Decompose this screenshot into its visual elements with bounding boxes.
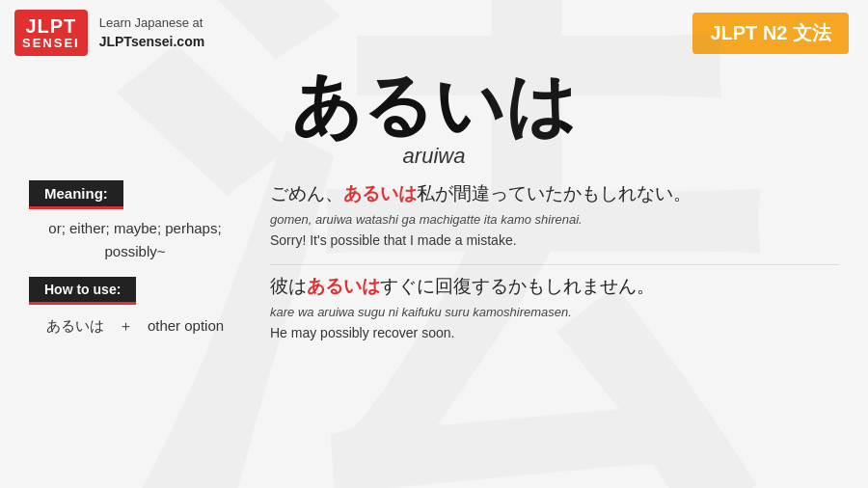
logo-jlpt: JLPT: [22, 15, 80, 37]
site-info: Learn Japanese at JLPTsensei.com: [99, 14, 204, 53]
content-area: Meaning: or; either; maybe; perhaps;poss…: [0, 171, 868, 366]
example-2: 彼はあるいはすぐに回復するかもしれません。 kare wa aruiwa sug…: [270, 273, 839, 343]
header: JLPT SENSEI Learn Japanese at JLPTsensei…: [0, 0, 868, 61]
logo-area: JLPT SENSEI Learn Japanese at JLPTsensei…: [14, 10, 204, 56]
right-panel: ごめん、あるいは私が間違っていたかもしれない。 gomen, aruiwa wa…: [260, 180, 839, 357]
example-1-jp: ごめん、あるいは私が間違っていたかもしれない。: [270, 180, 839, 208]
left-panel: Meaning: or; either; maybe; perhaps;poss…: [29, 180, 241, 357]
example-1-romaji: gomen, aruiwa watashi ga machigatte ita …: [270, 210, 839, 230]
example-1: ごめん、あるいは私が間違っていたかもしれない。 gomen, aruiwa wa…: [270, 180, 839, 251]
example-2-jp-post: すぐに回復するかもしれません。: [380, 276, 655, 296]
example-1-english: Sorry! It's possible that I made a mista…: [270, 230, 839, 251]
meaning-label: Meaning:: [29, 180, 123, 209]
meaning-text: or; either; maybe; perhaps;possibly~: [29, 217, 241, 263]
usage-formula: あるいは ＋ other option: [29, 314, 241, 338]
logo-box: JLPT SENSEI: [14, 10, 88, 56]
example-2-jp: 彼はあるいはすぐに回復するかもしれません。: [270, 273, 839, 301]
example-2-romaji: kare wa aruiwa sugu ni kaifuku suru kamo…: [270, 303, 839, 322]
page-container: 法 JLPT SENSEI Learn Japanese at JLPTsens…: [0, 0, 868, 488]
main-title-area: あるいは aruiwa: [0, 61, 868, 171]
site-learn-text: Learn Japanese at: [99, 14, 204, 33]
main-romaji-title: aruiwa: [0, 144, 868, 169]
main-kanji-title: あるいは: [0, 70, 868, 140]
example-2-jp-highlight: あるいは: [307, 276, 380, 296]
example-1-jp-highlight: あるいは: [343, 183, 417, 203]
how-to-use-label: How to use:: [29, 277, 136, 305]
logo-sensei: SENSEI: [22, 37, 80, 50]
jlpt-badge: JLPT N2 文法: [692, 13, 849, 54]
example-2-jp-pre: 彼は: [270, 276, 307, 296]
other-option-text: other option: [148, 317, 224, 334]
example-1-jp-pre: ごめん、: [270, 183, 343, 203]
example-1-jp-post: 私が間違っていたかもしれない。: [417, 183, 692, 203]
divider: [270, 264, 839, 265]
site-url: JLPTsensei.com: [99, 32, 204, 52]
example-2-english: He may possibly recover soon.: [270, 323, 839, 343]
